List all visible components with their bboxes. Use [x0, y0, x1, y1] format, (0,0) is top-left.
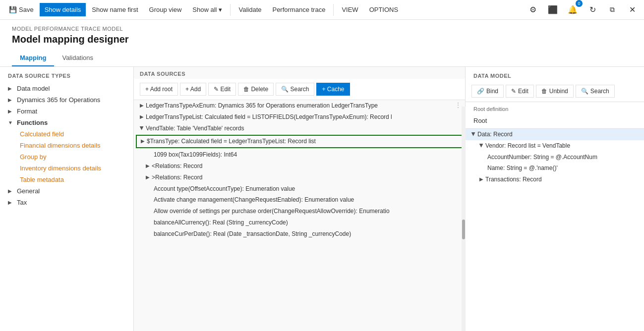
sidebar-item-financial-dimensions[interactable]: Financial dimensions details: [0, 140, 133, 151]
options-label: OPTIONS: [369, 6, 399, 13]
sidebar-item-calculated-field[interactable]: Calculated field: [0, 128, 133, 140]
edit-label: ✎ Edit: [214, 86, 231, 93]
page-tabs: Mapping Validations: [12, 50, 632, 66]
dm-list-item[interactable]: Name: String = @.'name()': [466, 163, 644, 174]
main-toolbar: 💾 Save Show details Show name first Grou…: [0, 0, 644, 20]
list-item[interactable]: ▶ <Relations: Record: [134, 161, 465, 172]
ds-item-text: VendTable: Table 'VendTable' records: [146, 124, 244, 133]
sidebar-item-label: Format: [17, 108, 37, 115]
bind-button[interactable]: 🔗 Bind: [471, 85, 504, 98]
dm-list: ▶ Data: Record ▶ Vendor: Record list = V…: [466, 129, 644, 331]
search-label: 🔍 Search: [281, 86, 309, 93]
list-item[interactable]: Activate change management(ChangeRequest…: [134, 194, 465, 206]
right-panel: DATA MODEL 🔗 Bind ✎ Edit 🗑 Unbind 🔍 Sear…: [466, 67, 644, 331]
sidebar-item-inventory-dimensions[interactable]: Inventory dimensions details: [0, 163, 133, 174]
sidebar-item-tax[interactable]: Tax: [0, 197, 133, 208]
root-value: Root: [466, 116, 644, 129]
sidebar-item-label: Dynamics 365 for Operations: [17, 96, 100, 104]
dm-item-text: AccountNumber: String = @.AccountNum: [487, 153, 597, 162]
list-item[interactable]: ▶ LedgerTransTypeAxEnum: Dynamics 365 fo…: [134, 100, 465, 111]
group-view-label: Group view: [149, 6, 182, 13]
validate-button[interactable]: Validate: [234, 3, 266, 16]
tab-validations[interactable]: Validations: [54, 50, 101, 66]
view-label: VIEW: [342, 6, 358, 13]
sidebar-item-label: Functions: [17, 119, 48, 126]
page-title: Model mapping designer: [12, 34, 632, 45]
sidebar-item-general[interactable]: General: [0, 185, 133, 197]
toolbar-right: ⚙ ⬛ 🔔 0 ↻ ⧉ ✕: [525, 2, 640, 18]
vertical-scrollbar[interactable]: [462, 107, 466, 331]
group-view-button[interactable]: Group view: [144, 3, 187, 16]
dm-list-item[interactable]: ▶ Data: Record: [466, 129, 644, 140]
dm-search-button[interactable]: 🔍 Search: [576, 85, 615, 98]
ds-item-text: balanceCurPerDate(): Real (Date _transac…: [154, 230, 351, 238]
sidebar-item-data-model[interactable]: Data model: [0, 83, 133, 94]
data-sources-label: DATA SOURCES: [134, 67, 465, 79]
sidebar-item-label: Calculated field: [20, 130, 64, 138]
ds-item-text: balanceAllCurrency(): Real (String _curr…: [154, 219, 288, 227]
show-details-button[interactable]: Show details: [40, 3, 86, 16]
main-content: DATA SOURCE TYPES Data model Dynamics 36…: [0, 67, 644, 331]
save-icon: 💾: [9, 6, 17, 13]
office-icon-btn[interactable]: ⬛: [545, 2, 561, 18]
sidebar-item-functions[interactable]: Functions: [0, 117, 133, 128]
dm-list-item[interactable]: ▶ Vendor: Record list = VendTable: [466, 140, 644, 152]
dm-edit-button[interactable]: ✎ Edit: [506, 85, 534, 98]
arrow-icon: ▶: [479, 176, 483, 182]
notification-icon-btn[interactable]: 🔔 0: [565, 2, 581, 18]
add-root-button[interactable]: + Add root: [140, 83, 178, 96]
cache-label: + Cache: [322, 86, 344, 93]
save-button[interactable]: 💾 Save: [4, 3, 39, 16]
dm-list-item[interactable]: ▶ Transactions: Record: [466, 174, 644, 185]
cache-button[interactable]: + Cache: [316, 83, 350, 96]
arrow-icon: ▶: [141, 138, 145, 144]
delete-button[interactable]: 🗑 Delete: [238, 83, 274, 96]
dm-item-text: Vendor: Record list = VendTable: [485, 142, 570, 150]
ds-item-text: >Relations: Record: [152, 173, 202, 182]
ds-item-text: Activate change management(ChangeRequest…: [154, 196, 354, 204]
arrow-icon: [8, 120, 14, 125]
open-new-icon: ⧉: [610, 5, 615, 14]
open-new-icon-btn[interactable]: ⧉: [604, 2, 620, 18]
show-name-first-button[interactable]: Show name first: [87, 3, 143, 16]
list-item[interactable]: Allow override of settings per purchase …: [134, 206, 465, 217]
list-item[interactable]: ▶ VendTable: Table 'VendTable' records: [134, 123, 465, 134]
show-name-first-label: Show name first: [92, 6, 138, 13]
list-item[interactable]: ▶ LedgerTransTypeList: Calculated field …: [134, 111, 465, 123]
options-button[interactable]: OPTIONS: [364, 3, 404, 16]
list-item-selected[interactable]: ▶ $TransType: Calculated field = LedgerT…: [136, 135, 463, 148]
sidebar-item-label: Data model: [17, 85, 50, 92]
dm-item-text: Name: String = @.'name()': [487, 164, 558, 172]
list-item[interactable]: ▶ >Relations: Record: [134, 172, 465, 183]
add-button[interactable]: + Add: [180, 83, 206, 96]
search-button[interactable]: 🔍 Search: [276, 83, 314, 96]
sidebar-item-format[interactable]: Format: [0, 106, 133, 117]
show-all-label: Show all: [192, 6, 217, 13]
sidebar-item-label: Inventory dimensions details: [20, 165, 101, 172]
list-item[interactable]: balanceAllCurrency(): Real (String _curr…: [134, 217, 465, 228]
breadcrumb: MODEL PERFORMANCE TRACE MODEL: [12, 26, 632, 32]
refresh-icon-btn[interactable]: ↻: [585, 2, 600, 18]
sidebar-item-label: Table metadata: [20, 176, 64, 183]
edit-button[interactable]: ✎ Edit: [208, 83, 236, 96]
list-item[interactable]: Account type(OffsetAccountType): Enumera…: [134, 183, 465, 195]
tab-mapping[interactable]: Mapping: [12, 50, 54, 66]
sidebar-item-dynamics365[interactable]: Dynamics 365 for Operations: [0, 94, 133, 106]
ds-item-text: LedgerTransTypeList: Calculated field = …: [146, 113, 392, 121]
dm-list-item[interactable]: AccountNumber: String = @.AccountNum: [466, 152, 644, 163]
performance-trace-button[interactable]: Performance trace: [267, 3, 330, 16]
show-all-button[interactable]: Show all ▾: [187, 3, 227, 16]
sidebar-item-group-by[interactable]: Group by: [0, 151, 133, 163]
edit-icon: ✎: [511, 88, 516, 95]
settings-icon-btn[interactable]: ⚙: [525, 2, 541, 18]
arrow-icon: [8, 188, 14, 194]
list-item[interactable]: balanceCurPerDate(): Real (Date _transac…: [134, 228, 465, 240]
list-item[interactable]: 1099 box(Tax1099Fields): Int64: [134, 149, 465, 161]
close-icon-btn[interactable]: ✕: [624, 2, 640, 18]
unbind-button[interactable]: 🗑 Unbind: [536, 85, 574, 98]
dm-toolbar: 🔗 Bind ✎ Edit 🗑 Unbind 🔍 Search: [466, 83, 644, 102]
ds-list: ▶ LedgerTransTypeAxEnum: Dynamics 365 fo…: [134, 100, 465, 331]
sidebar-item-table-metadata[interactable]: Table metadata: [0, 174, 133, 185]
view-button[interactable]: VIEW: [337, 3, 363, 16]
delete-label: 🗑 Delete: [243, 86, 268, 93]
